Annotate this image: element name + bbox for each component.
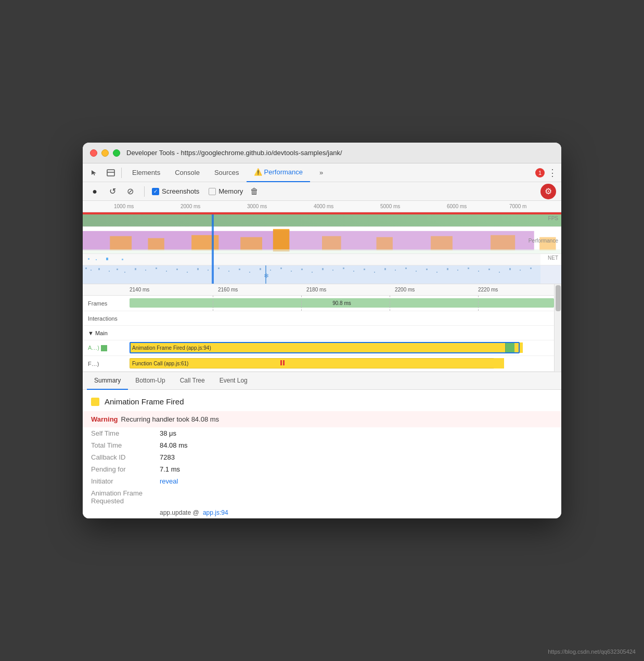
window-title: Developer Tools - https://googlechrome.g… xyxy=(126,149,342,157)
svg-rect-44 xyxy=(301,269,303,270)
timeline-scrollbar[interactable] xyxy=(554,284,561,372)
screenshots-checkbox-box[interactable]: ✓ xyxy=(152,188,159,195)
timeline-overview[interactable]: 1000 ms 2000 ms 3000 ms 4000 ms 5000 ms … xyxy=(83,201,561,284)
time-tick-2: 2160 ms xyxy=(218,287,238,293)
tab-call-tree[interactable]: Call Tree xyxy=(173,372,212,390)
main-label: ▼ Main xyxy=(83,330,130,336)
warning-text: Recurring handler took 84.08 ms xyxy=(121,415,220,423)
anim-frame-content[interactable]: Animation Frame Fired (app.js:94) xyxy=(130,340,561,355)
svg-rect-7 xyxy=(191,235,218,250)
anim-requested-key: Animation Frame Requested xyxy=(91,489,153,505)
svg-rect-49 xyxy=(353,271,354,272)
tab-summary[interactable]: Summary xyxy=(87,372,128,390)
error-count-badge[interactable]: 1 xyxy=(535,168,545,177)
initiator-link[interactable]: reveal xyxy=(160,477,178,485)
interactions-track: Interactions xyxy=(83,311,561,326)
func-call-label: F…) xyxy=(83,361,130,367)
pending-for-val: 7.1 ms xyxy=(160,465,180,473)
func-call-content[interactable]: Function Call (app.js:61) xyxy=(130,356,561,371)
svg-rect-59 xyxy=(457,270,458,271)
svg-rect-66 xyxy=(530,268,532,269)
svg-rect-23 xyxy=(91,270,92,271)
svg-rect-27 xyxy=(124,272,125,273)
svg-rect-20 xyxy=(122,259,123,260)
tab-more[interactable]: » xyxy=(312,163,330,182)
tab-sources[interactable]: Sources xyxy=(207,163,247,182)
svg-rect-6 xyxy=(148,238,164,251)
watermark: https://blog.csdn.net/qq632305424 xyxy=(548,649,636,655)
screenshots-row: ❄ xyxy=(83,265,561,284)
ruler-tick-2: 2000 ms xyxy=(181,204,200,209)
svg-rect-37 xyxy=(228,271,229,272)
source-link[interactable]: app.js:94 xyxy=(203,509,228,516)
clear-button[interactable]: ⊘ xyxy=(123,185,137,198)
cursor-icon[interactable] xyxy=(87,166,101,180)
svg-rect-19 xyxy=(106,258,108,260)
svg-rect-31 xyxy=(166,271,167,272)
traffic-lights xyxy=(90,149,120,157)
record-button[interactable]: ● xyxy=(88,185,101,198)
frame-marker-3 xyxy=(390,296,390,311)
total-time-key: Total Time xyxy=(91,441,153,449)
settings-button[interactable]: ⚙ xyxy=(540,184,556,199)
time-tick-4: 2200 ms xyxy=(395,287,415,293)
svg-rect-46 xyxy=(322,268,324,270)
net-label: NET xyxy=(548,255,558,261)
tab-elements[interactable]: Elements xyxy=(125,163,168,182)
interactions-content xyxy=(130,311,561,325)
svg-rect-35 xyxy=(208,270,209,271)
svg-rect-50 xyxy=(364,269,365,270)
title-bar: Developer Tools - https://googlechrome.g… xyxy=(83,143,561,163)
tab-errors: 1 ⋮ xyxy=(535,167,557,179)
fps-chart xyxy=(83,214,561,226)
svg-rect-5 xyxy=(110,236,132,250)
pending-for-row: Pending for 7.1 ms xyxy=(83,463,561,475)
perf-toolbar: ● ↺ ⊘ ✓ Screenshots Memory 🗑 ⚙ xyxy=(83,182,561,201)
svg-rect-38 xyxy=(239,269,240,270)
tab-performance[interactable]: ⚠️ Performance xyxy=(247,163,310,182)
func-call-block[interactable]: Function Call (app.js:61) xyxy=(130,358,501,368)
minimize-button[interactable] xyxy=(101,149,109,157)
more-options-icon[interactable]: ⋮ xyxy=(548,167,557,179)
svg-rect-30 xyxy=(156,268,157,269)
initiator-key: Initiator xyxy=(91,477,153,485)
sep2 xyxy=(144,186,145,197)
cpu-label: Performance xyxy=(529,237,558,243)
svg-rect-13 xyxy=(491,235,515,250)
callback-id-row: Callback ID 7283 xyxy=(83,451,561,463)
svg-rect-51 xyxy=(374,272,375,273)
main-header-track: ▼ Main xyxy=(83,326,561,340)
screenshots-checkbox[interactable]: ✓ Screenshots xyxy=(152,187,199,195)
svg-text:❄: ❄ xyxy=(264,272,269,279)
jank-bar xyxy=(83,212,561,214)
trash-button[interactable]: 🗑 xyxy=(250,187,259,196)
svg-rect-22 xyxy=(85,268,87,269)
timeline-tracks[interactable]: 2140 ms 2160 ms 2180 ms 2200 ms 2220 ms … xyxy=(83,284,561,372)
func-call-track[interactable]: F…) Function Call (app.js:61) xyxy=(83,356,561,372)
svg-rect-11 xyxy=(377,237,393,251)
tab-bottom-up[interactable]: Bottom-Up xyxy=(128,372,172,390)
frames-content: 90.8 ms xyxy=(130,296,561,311)
self-time-row: Self Time 38 μs xyxy=(83,427,561,439)
svg-rect-47 xyxy=(332,270,333,271)
svg-rect-40 xyxy=(260,268,261,270)
svg-rect-12 xyxy=(431,236,453,250)
svg-rect-52 xyxy=(384,268,386,270)
tab-event-log[interactable]: Event Log xyxy=(212,372,255,390)
svg-rect-63 xyxy=(499,272,500,273)
anim-frame-block[interactable]: Animation Frame Fired (app.js:94) xyxy=(130,342,519,353)
scrollbar-thumb[interactable] xyxy=(556,285,561,311)
close-button[interactable] xyxy=(90,149,97,157)
anim-frame-track[interactable]: A…) Animation Frame Fired (app.js:94) xyxy=(83,340,561,356)
dock-icon[interactable] xyxy=(104,166,118,180)
reload-record-button[interactable]: ↺ xyxy=(106,185,119,198)
pending-for-key: Pending for xyxy=(91,465,153,473)
maximize-button[interactable] xyxy=(113,149,120,157)
svg-rect-55 xyxy=(416,271,417,272)
svg-rect-41 xyxy=(270,270,271,271)
memory-checkbox[interactable]: Memory xyxy=(209,187,243,195)
svg-rect-60 xyxy=(468,268,469,269)
main-header-content xyxy=(130,326,561,340)
memory-checkbox-box[interactable] xyxy=(209,188,216,195)
tab-console[interactable]: Console xyxy=(168,163,207,182)
